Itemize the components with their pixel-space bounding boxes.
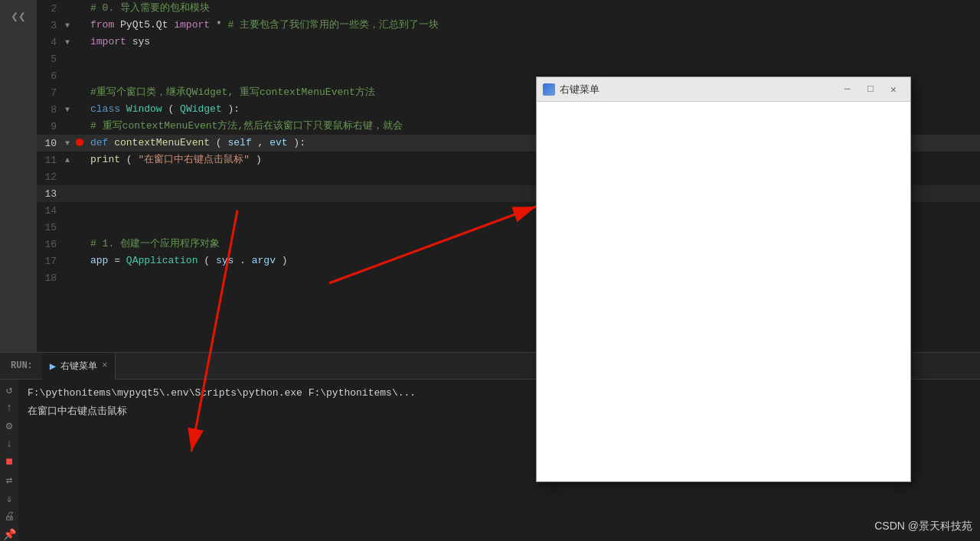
run-settings-icon[interactable]: ⚙ [1, 419, 18, 434]
code-2[interactable]: # 0. 导入需要的包和模块 [86, 0, 980, 17]
comment-text-2: # 0. 导入需要的包和模块 [90, 2, 210, 14]
kw-comment-3: # 主要包含了我们常用的一些类，汇总到了一块 [227, 19, 439, 31]
watermark: CSDN @景天科技苑 [874, 520, 972, 533]
paren2-11: ) [256, 154, 262, 165]
var-app: app [90, 255, 108, 266]
str-11: "在窗口中右键点击鼠标" [138, 154, 250, 165]
sys-17: sys [216, 255, 234, 266]
fold-8: ▼ [61, 105, 74, 114]
line-num-11: 11 [37, 155, 61, 166]
collapse-icon[interactable]: ❮❮ [8, 6, 29, 28]
activity-bar: ❮❮ [0, 0, 37, 352]
line-row-5: 5 [37, 51, 980, 67]
line-num-13: 13 [37, 188, 61, 200]
window-titlebar: 右键菜单 ─ □ ✕ [537, 77, 910, 102]
class-name-8: Window [126, 103, 162, 115]
line-num-15: 15 [37, 222, 61, 233]
paren2-17: ) [282, 255, 288, 266]
paren-17: ( [204, 255, 210, 266]
line-num-17: 17 [37, 256, 61, 267]
run-print-icon[interactable]: 🖨 [1, 509, 18, 524]
line-num-9: 9 [37, 121, 61, 132]
line-num-5: 5 [37, 54, 61, 65]
watermark-text: CSDN @景天科技苑 [874, 520, 972, 532]
window-body [537, 102, 910, 481]
code-5 [86, 51, 980, 67]
line-num-8: 8 [37, 104, 61, 116]
window-close-button[interactable]: ✕ [883, 82, 904, 97]
kw-def-10: def [90, 137, 108, 148]
run-output-text: 在窗口中右键点击鼠标 [28, 406, 127, 417]
run-stop-icon[interactable]: ■ [1, 455, 18, 470]
evt-10: evt [270, 137, 287, 148]
kw-sys: sys [132, 36, 150, 47]
kw-import: import [174, 19, 210, 31]
kw-star: * [216, 19, 228, 31]
base-class-8: QWidget [180, 103, 222, 115]
run-up-icon[interactable]: ↑ [1, 401, 18, 416]
paren-10: ( [216, 137, 222, 148]
fold-4: ▼ [61, 37, 74, 47]
dot-17: . [240, 255, 246, 266]
line-num-10: 10 [37, 138, 61, 149]
run-label: Run: [8, 356, 36, 376]
window-minimize-button[interactable]: ─ [837, 82, 858, 97]
floating-window: 右键菜单 ─ □ ✕ [536, 77, 911, 482]
line-row-4: 4 ▼ import sys [37, 34, 980, 51]
comma-10: , [258, 137, 270, 148]
class-qapp: QApplication [126, 255, 198, 266]
line-num-18: 18 [37, 272, 61, 284]
line-num-2: 2 [37, 3, 61, 15]
window-title: 右键菜单 [560, 83, 832, 96]
comment-16: # 1. 创建一个应用程序对象 [90, 238, 220, 249]
fn-name-10: contextMenuEvent [114, 137, 210, 148]
line-num-16: 16 [37, 239, 61, 250]
bp-10 [74, 137, 86, 149]
run-tab[interactable]: ▶ 右键菜单 × [42, 353, 116, 380]
line-num-3: 3 [37, 20, 61, 31]
fold-11: ▲ [61, 155, 74, 165]
line-row-3: 3 ▼ from PyQt5.Qt import * # 主要包含了我们常用的一… [37, 17, 980, 34]
fold-10: ▼ [61, 139, 74, 148]
line-num-14: 14 [37, 205, 61, 217]
run-tab-close[interactable]: × [102, 360, 107, 371]
line-num-7: 7 [37, 87, 61, 99]
line-num-6: 6 [37, 70, 61, 82]
run-restart-icon[interactable]: ↺ [1, 383, 18, 398]
paren2-8: ): [228, 103, 240, 115]
window-controls: ─ □ ✕ [837, 82, 904, 97]
run-path-text: F:\pythonitems\mypyqt5\.env\Scripts\pyth… [28, 387, 416, 399]
paren-11: ( [126, 154, 132, 165]
fold-3: ▼ [61, 21, 74, 30]
breakpoint-10 [76, 139, 83, 146]
line-num-12: 12 [37, 171, 61, 183]
paren2-10: ): [293, 137, 305, 148]
comment-7: #重写个窗口类，继承QWidget, 重写contextMenuEvent方法 [90, 86, 375, 98]
comment-9: # 重写contextMenuEvent方法,然后在该窗口下只要鼠标右键，就会 [90, 120, 403, 132]
line-num-4: 4 [37, 37, 61, 48]
run-wrap-icon[interactable]: ⇄ [1, 473, 18, 488]
kw-from: from [90, 19, 114, 31]
code-3[interactable]: from PyQt5.Qt import * # 主要包含了我们常用的一些类，汇… [86, 17, 980, 34]
run-sidebar: ↺ ↑ ⚙ ↓ ■ ⇄ ⇓ 🖨 📌 [0, 380, 18, 541]
run-pin-icon[interactable]: 📌 [1, 527, 18, 542]
window-maximize-button[interactable]: □ [860, 82, 881, 97]
run-tab-name: 右键菜单 [60, 360, 97, 373]
kw-class-8: class [90, 103, 120, 115]
eq-17: = [114, 255, 126, 266]
line-row-2: 2 # 0. 导入需要的包和模块 [37, 0, 980, 17]
window-app-icon [543, 83, 555, 96]
kw-pyqt5: PyQt5.Qt [120, 19, 174, 31]
argv-17: argv [252, 255, 276, 266]
fn-print-11: print [90, 154, 120, 165]
run-down-icon[interactable]: ↓ [1, 437, 18, 452]
run-tab-icon: ▶ [50, 360, 56, 373]
kw-import-4: import [90, 36, 126, 47]
code-4[interactable]: import sys [86, 34, 980, 51]
self-10: self [227, 137, 251, 148]
run-filter-icon[interactable]: ⇓ [1, 490, 18, 506]
paren-8: ( [168, 103, 174, 115]
